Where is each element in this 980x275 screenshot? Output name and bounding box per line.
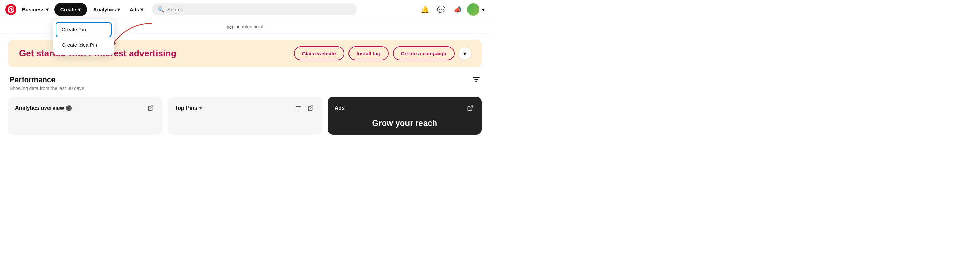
install-tag-button[interactable]: Install tag	[348, 46, 389, 61]
performance-header: Performance Showing data from the last 3…	[8, 75, 482, 91]
analytics-card-header: Analytics overview i	[15, 103, 156, 113]
search-input[interactable]	[167, 6, 351, 12]
create-dropdown-menu: Create Pin Create Idea Pin	[53, 19, 114, 55]
performance-filter-button[interactable]	[472, 75, 480, 85]
nav-right-actions: 🔔 💬 📣 ▾	[418, 3, 485, 16]
top-pins-actions	[294, 103, 315, 113]
performance-section: Performance Showing data from the last 3…	[8, 75, 482, 135]
announcements-button[interactable]: 📣	[451, 3, 465, 16]
ads-export-button[interactable]	[465, 103, 475, 113]
analytics-chevron-icon: ▾	[117, 6, 120, 13]
business-menu[interactable]: Business ▾	[19, 5, 51, 15]
ads-card-header: Ads	[334, 103, 475, 113]
top-pins-chevron-icon[interactable]: ▾	[199, 106, 202, 111]
ads-label: Ads	[130, 6, 139, 12]
messages-button[interactable]: 💬	[434, 3, 448, 16]
account-chevron-icon: ▾	[482, 7, 485, 12]
bell-icon: 🔔	[421, 5, 429, 14]
top-pins-export-button[interactable]	[306, 103, 315, 113]
performance-title: Performance	[10, 75, 84, 84]
create-pin-label: Create Pin	[62, 27, 86, 32]
avatar[interactable]	[467, 3, 479, 16]
business-label: Business	[22, 6, 45, 12]
create-chevron-icon: ▾	[78, 6, 81, 13]
create-campaign-button[interactable]: Create a campaign	[393, 46, 455, 61]
analytics-info-icon[interactable]: i	[66, 106, 72, 111]
top-pins-card-header: Top Pins ▾	[175, 103, 315, 113]
svg-line-10	[469, 106, 472, 109]
ads-chevron-icon: ▾	[140, 6, 143, 13]
performance-title-group: Performance Showing data from the last 3…	[10, 75, 84, 91]
create-idea-pin-label: Create Idea Pin	[62, 42, 97, 48]
create-idea-pin-option[interactable]: Create Idea Pin	[56, 37, 111, 53]
create-button[interactable]: Create ▾	[54, 3, 87, 16]
create-pin-option[interactable]: Create Pin	[56, 22, 111, 37]
promo-collapse-button[interactable]: ▾	[459, 48, 471, 60]
notifications-button[interactable]: 🔔	[418, 3, 432, 16]
chevron-down-icon: ▾	[463, 50, 466, 57]
megaphone-icon: 📣	[453, 5, 462, 14]
performance-subtitle: Showing data from the last 30 days	[10, 86, 84, 91]
search-icon: 🔍	[158, 6, 164, 13]
analytics-overview-card: Analytics overview i	[8, 97, 162, 135]
business-chevron-icon: ▾	[46, 6, 49, 13]
claim-website-button[interactable]: Claim website	[294, 46, 344, 61]
ads-card: Ads Grow your reach	[328, 97, 482, 135]
chat-icon: 💬	[437, 5, 445, 14]
analytics-card-title: Analytics overview i	[15, 105, 72, 111]
ads-menu[interactable]: Ads ▾	[126, 5, 146, 15]
install-tag-label: Install tag	[357, 51, 380, 56]
promo-actions: Claim website Install tag Create a campa…	[294, 46, 471, 61]
export-icon	[467, 105, 473, 111]
filter-icon	[472, 75, 480, 83]
top-pins-card-title: Top Pins ▾	[175, 105, 202, 111]
export-icon	[307, 105, 314, 111]
analytics-label: Analytics	[93, 6, 116, 12]
top-pins-filter-button[interactable]	[294, 103, 303, 113]
analytics-export-button[interactable]	[146, 103, 156, 113]
ads-grow-text: Grow your reach	[334, 118, 475, 128]
account-handle: @planableofficial	[227, 24, 263, 29]
create-campaign-label: Create a campaign	[401, 51, 446, 56]
analytics-menu[interactable]: Analytics ▾	[90, 5, 123, 15]
claim-website-label: Claim website	[302, 51, 336, 56]
search-bar[interactable]: 🔍	[152, 3, 357, 15]
svg-line-5	[150, 106, 153, 109]
top-pins-card: Top Pins ▾	[168, 97, 322, 135]
export-icon	[148, 105, 154, 111]
pinterest-logo-icon[interactable]	[5, 4, 16, 15]
ads-card-title: Ads	[334, 105, 345, 111]
filter-sliders-icon	[295, 105, 301, 111]
create-label: Create	[60, 6, 76, 12]
svg-point-0	[5, 4, 16, 15]
cards-row: Analytics overview i Top Pins ▾	[8, 97, 482, 135]
svg-line-9	[310, 106, 313, 109]
navbar: Business ▾ Create ▾ Analytics ▾ Ads ▾ 🔍 …	[0, 0, 490, 19]
